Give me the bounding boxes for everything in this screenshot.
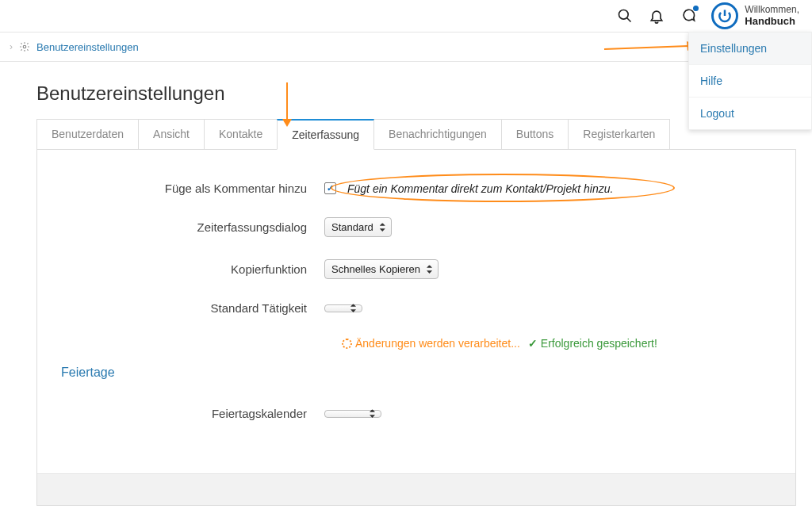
power-icon: [711, 2, 738, 29]
svg-point-2: [23, 45, 26, 48]
tab-kontakte[interactable]: Kontakte: [204, 119, 278, 150]
section-holidays: Feiertage: [61, 366, 778, 380]
status-row: Änderungen werden verarbeitet... ✓Erfolg…: [342, 337, 778, 350]
bell-icon[interactable]: [648, 7, 665, 25]
user-dropdown: Einstellungen Hilfe Logout: [688, 32, 812, 130]
label-copy: Kopierfunktion: [55, 262, 324, 276]
tab-benachrichtigungen[interactable]: Benachrichtigungen: [373, 119, 502, 150]
checkbox-add-comment[interactable]: ✓: [324, 182, 336, 194]
label-add-comment: Füge als Kommentar hinzu: [55, 182, 324, 195]
chat-icon[interactable]: [680, 7, 697, 25]
row-add-comment: Füge als Kommentar hinzu ✓ Fügt ein Komm…: [55, 182, 778, 195]
user-menu[interactable]: Willkommen, Handbuch: [711, 2, 799, 29]
chevron-right-icon: ›: [10, 41, 13, 52]
select-dialog[interactable]: Standard: [324, 217, 392, 237]
tab-registerkarten[interactable]: Registerkarten: [568, 119, 670, 150]
gear-icon: [19, 41, 30, 52]
status-processing: Änderungen werden verarbeitet...: [342, 337, 520, 350]
tab-ansicht[interactable]: Ansicht: [138, 119, 205, 150]
user-greeting: Willkommen, Handbuch: [745, 4, 799, 28]
tab-buttons[interactable]: Buttons: [501, 119, 569, 150]
check-icon: ✓: [528, 337, 538, 350]
tab-benutzerdaten[interactable]: Benutzerdaten: [36, 119, 139, 150]
dropdown-item-settings[interactable]: Einstellungen: [689, 33, 811, 65]
help-add-comment: Fügt ein Kommentar direkt zum Kontakt/Pr…: [347, 182, 613, 195]
spinner-icon: [342, 339, 352, 349]
welcome-label: Willkommen,: [745, 4, 799, 15]
row-holiday-calendar: Feiertagskalender: [55, 407, 778, 420]
dropdown-item-logout[interactable]: Logout: [689, 98, 811, 129]
row-copy: Kopierfunktion Schnelles Kopieren: [55, 259, 778, 279]
dropdown-item-help[interactable]: Hilfe: [689, 65, 811, 98]
select-holiday-calendar[interactable]: [324, 410, 381, 418]
label-holiday-calendar: Feiertagskalender: [55, 407, 324, 420]
label-default-activity: Standard Tätigkeit: [55, 301, 324, 315]
status-success: ✓Erfolgreich gespeichert!: [528, 337, 657, 350]
svg-line-1: [627, 18, 631, 22]
username-label: Handbuch: [745, 15, 799, 28]
search-icon[interactable]: [616, 7, 634, 25]
label-dialog: Zeiterfassungsdialog: [55, 220, 324, 234]
row-default-activity: Standard Tätigkeit: [55, 301, 778, 315]
select-copy[interactable]: Schnelles Kopieren: [324, 259, 439, 279]
breadcrumb-link[interactable]: Benutzereinstellungen: [36, 41, 139, 53]
select-default-activity[interactable]: [324, 304, 362, 312]
topbar: Willkommen, Handbuch: [0, 0, 812, 32]
row-dialog: Zeiterfassungsdialog Standard: [55, 217, 778, 237]
panel-footer: [37, 473, 795, 505]
svg-point-0: [619, 10, 629, 20]
settings-panel: Füge als Kommentar hinzu ✓ Fügt ein Komm…: [36, 149, 796, 506]
tab-zeiterfassung[interactable]: Zeiterfassung: [277, 119, 374, 150]
